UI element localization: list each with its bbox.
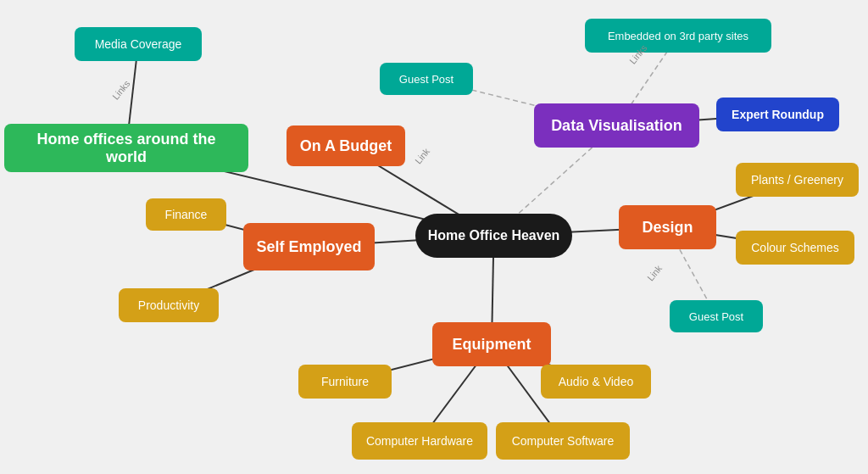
computer-software-node[interactable]: Computer Software (496, 422, 630, 460)
embedded-node[interactable]: Embedded on 3rd party sites (585, 19, 771, 53)
self-employed-node[interactable]: Self Employed (243, 223, 375, 270)
media-coverage-node[interactable]: Media Coverage (75, 27, 202, 61)
home-offices-node[interactable]: Home offices around the world (4, 124, 248, 172)
link-label-link2: Link (645, 263, 664, 282)
center-node[interactable]: Home Office Heaven (415, 214, 572, 258)
plants-node[interactable]: Plants / Greenery (736, 163, 859, 197)
link-label-link1: Link (413, 146, 431, 165)
finance-node[interactable]: Finance (146, 198, 226, 231)
on-a-budget-node[interactable]: On A Budget (287, 125, 405, 166)
guest-post-top-node[interactable]: Guest Post (380, 63, 473, 95)
design-node[interactable]: Design (619, 205, 716, 249)
equipment-node[interactable]: Equipment (432, 322, 551, 366)
link-label-links1: Links (110, 78, 132, 101)
expert-roundup-node[interactable]: Expert Roundup (716, 98, 839, 131)
productivity-node[interactable]: Productivity (119, 288, 219, 322)
furniture-node[interactable]: Furniture (298, 365, 392, 399)
guest-post-bottom-node[interactable]: Guest Post (670, 300, 763, 332)
data-visualisation-node[interactable]: Data Visualisation (534, 103, 699, 148)
audio-video-node[interactable]: Audio & Video (541, 365, 651, 399)
computer-hardware-node[interactable]: Computer Hardware (352, 422, 487, 460)
colour-schemes-node[interactable]: Colour Schemes (736, 231, 854, 265)
